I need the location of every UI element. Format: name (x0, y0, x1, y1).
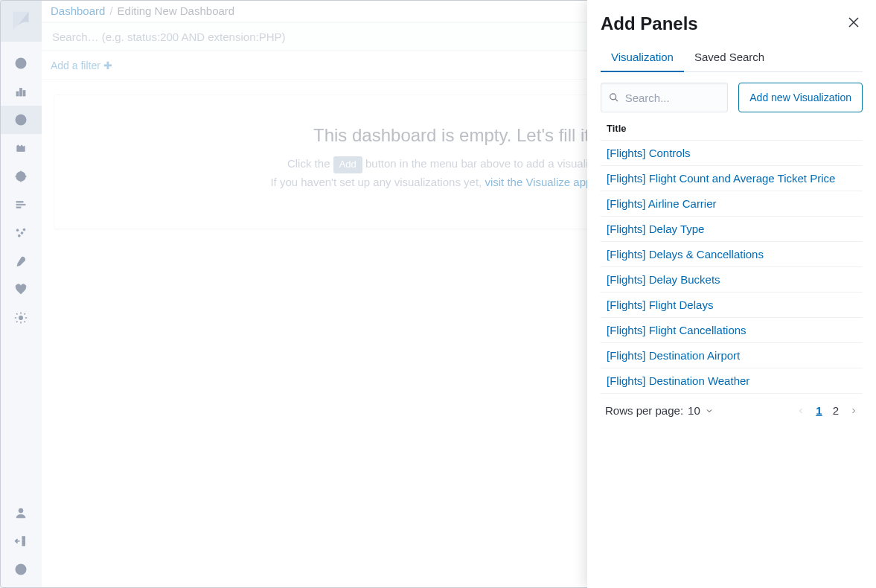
sidebar-item-devtools[interactable] (0, 247, 42, 275)
svg-rect-4 (23, 91, 25, 97)
viz-item[interactable]: [Flights] Flight Delays (601, 293, 863, 318)
add-pill: Add (333, 156, 362, 173)
svg-point-12 (21, 232, 23, 234)
svg-point-16 (19, 508, 23, 513)
page-prev-button (796, 406, 805, 415)
sidebar-item-ml[interactable] (0, 219, 42, 247)
flyout-title: Add Panels (601, 13, 863, 34)
sidebar (0, 0, 42, 588)
panel-search-box[interactable] (601, 83, 728, 112)
breadcrumb-sep: / (109, 4, 112, 17)
rows-per-page-select[interactable]: Rows per page: 10 (605, 404, 714, 417)
svg-rect-9 (16, 204, 25, 205)
chevron-down-icon (705, 406, 714, 415)
breadcrumb: Dashboard / Editing New Dashboard (51, 4, 234, 17)
panel-search-input[interactable] (625, 92, 720, 104)
viz-item[interactable]: [Flights] Delay Buckets (601, 267, 863, 293)
breadcrumb-current: Editing New Dashboard (118, 4, 235, 17)
viz-item[interactable]: [Flights] Destination Airport (601, 343, 863, 368)
add-filter-label: Add a filter (51, 60, 100, 71)
breadcrumb-root[interactable]: Dashboard (51, 4, 105, 17)
add-filter-button[interactable]: Add a filter ✚ (51, 60, 112, 71)
flyout-tabs: Visualization Saved Search (601, 43, 863, 72)
svg-marker-1 (19, 62, 23, 65)
sidebar-item-visualize[interactable] (0, 77, 42, 106)
svg-rect-3 (20, 89, 22, 97)
close-button[interactable] (846, 15, 861, 30)
sidebar-item-collapse[interactable] (0, 555, 42, 584)
sidebar-item-user[interactable] (0, 499, 42, 527)
visit-visualize-link[interactable]: visit the Visualize app (485, 176, 592, 188)
viz-item[interactable]: [Flights] Delays & Cancellations (601, 242, 863, 267)
svg-point-15 (19, 316, 23, 320)
sidebar-item-maps[interactable] (0, 191, 42, 219)
chevron-left-icon (796, 406, 805, 415)
viz-item[interactable]: [Flights] Flight Count and Average Ticke… (601, 166, 863, 191)
pagination: Rows per page: 10 1 2 (601, 394, 863, 427)
sidebar-item-management[interactable] (0, 304, 42, 332)
sidebar-item-logout[interactable] (0, 527, 42, 555)
chevron-right-icon (849, 406, 858, 415)
viz-item[interactable]: [Flights] Controls (601, 141, 863, 166)
sidebar-item-discover[interactable] (0, 49, 42, 77)
svg-rect-2 (16, 92, 19, 96)
kibana-logo[interactable] (0, 0, 42, 42)
svg-point-7 (19, 175, 23, 179)
search-icon (609, 92, 619, 103)
table-header-title: Title (601, 120, 863, 140)
svg-point-13 (18, 234, 20, 237)
sidebar-item-canvas[interactable] (0, 162, 42, 191)
viz-item[interactable]: [Flights] Destination Weather (601, 368, 863, 394)
sidebar-item-monitoring[interactable] (0, 275, 42, 304)
page-1[interactable]: 1 (816, 404, 822, 417)
svg-point-19 (610, 94, 616, 100)
viz-item[interactable]: [Flights] Delay Type (601, 217, 863, 242)
sidebar-item-dashboard[interactable] (0, 106, 42, 134)
viz-item[interactable]: [Flights] Flight Cancellations (601, 318, 863, 343)
viz-item[interactable]: [Flights] Airline Carrier (601, 191, 863, 217)
page-next-button[interactable] (849, 406, 858, 415)
visualization-list: [Flights] Controls [Flights] Flight Coun… (601, 140, 863, 394)
add-new-visualization-button[interactable]: Add new Visualization (738, 83, 863, 112)
sidebar-item-timelion[interactable] (0, 134, 42, 162)
add-panels-flyout: Add Panels Visualization Saved Search Ad… (587, 0, 876, 588)
plus-icon: ✚ (103, 60, 112, 71)
tab-visualization[interactable]: Visualization (601, 43, 684, 72)
tab-saved-search[interactable]: Saved Search (684, 43, 775, 71)
page-2[interactable]: 2 (833, 404, 839, 417)
svg-rect-10 (16, 207, 21, 208)
svg-point-11 (16, 229, 19, 231)
svg-point-14 (23, 229, 25, 231)
svg-rect-8 (16, 202, 23, 203)
